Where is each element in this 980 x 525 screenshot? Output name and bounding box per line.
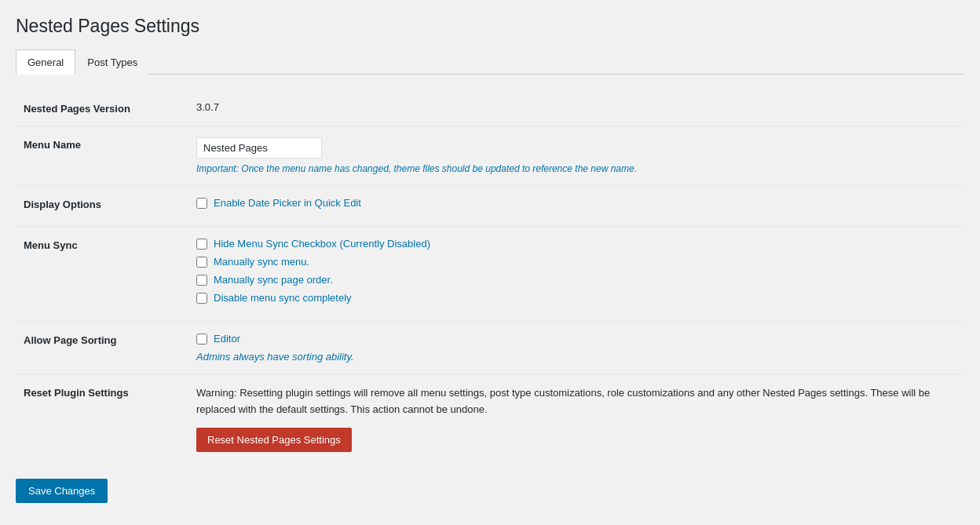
editor-label[interactable]: Editor <box>214 333 240 345</box>
manually-sync-menu-label[interactable]: Manually sync menu. <box>214 256 309 268</box>
page-sorting-option-editor: Editor <box>196 333 956 345</box>
date-picker-label[interactable]: Enable Date Picker in Quick Edit <box>214 197 361 209</box>
page-title: Nested Pages Settings <box>16 16 964 37</box>
reset-warning-text: Warning: Resetting plugin settings will … <box>196 385 956 418</box>
version-label: Nested Pages Version <box>16 90 188 126</box>
menu-sync-option-0: Hide Menu Sync Checkbox (Currently Disab… <box>196 238 956 250</box>
version-row: Nested Pages Version 3.0.7 <box>16 90 964 126</box>
tab-general[interactable]: General <box>16 49 75 75</box>
tabs-container: General Post Types <box>16 49 964 75</box>
menu-name-input[interactable] <box>196 137 322 159</box>
save-changes-button[interactable]: Save Changes <box>16 479 108 503</box>
reset-plugin-cell: Warning: Resetting plugin settings will … <box>188 374 964 463</box>
display-option-date-picker: Enable Date Picker in Quick Edit <box>196 197 956 209</box>
manually-sync-page-order-checkbox[interactable] <box>196 275 207 286</box>
sorting-note: Admins always have sorting ability. <box>196 351 956 363</box>
date-picker-checkbox[interactable] <box>196 198 207 209</box>
hide-checkbox-label[interactable]: Hide Menu Sync Checkbox (Currently Disab… <box>214 238 430 250</box>
allow-page-sorting-row: Allow Page Sorting Editor Admins always … <box>16 322 964 374</box>
menu-name-row: Menu Name Important: Once the menu name … <box>16 126 964 186</box>
menu-name-notice: Important: Once the menu name has change… <box>196 163 956 174</box>
manually-sync-menu-checkbox[interactable] <box>196 257 207 268</box>
disable-sync-checkbox[interactable] <box>196 293 207 304</box>
allow-page-sorting-cell: Editor Admins always have sorting abilit… <box>188 322 964 374</box>
display-options-cell: Enable Date Picker in Quick Edit <box>188 186 964 227</box>
menu-sync-option-2: Manually sync page order. <box>196 274 956 286</box>
disable-sync-label[interactable]: Disable menu sync completely <box>214 292 352 304</box>
tab-post-types[interactable]: Post Types <box>75 49 149 75</box>
reset-plugin-row: Reset Plugin Settings Warning: Resetting… <box>16 374 964 463</box>
menu-sync-row: Menu Sync Hide Menu Sync Checkbox (Curre… <box>16 227 964 322</box>
page-wrap: Nested Pages Settings General Post Types… <box>0 0 980 519</box>
menu-sync-option-3: Disable menu sync completely <box>196 292 956 304</box>
menu-sync-option-1: Manually sync menu. <box>196 256 956 268</box>
menu-name-label: Menu Name <box>16 126 188 186</box>
version-value: 3.0.7 <box>188 90 964 126</box>
menu-sync-cell: Hide Menu Sync Checkbox (Currently Disab… <box>188 227 964 322</box>
footer-actions: Save Changes <box>16 463 964 503</box>
reset-plugin-label: Reset Plugin Settings <box>16 374 188 463</box>
menu-name-cell: Important: Once the menu name has change… <box>188 126 964 186</box>
editor-checkbox[interactable] <box>196 334 207 345</box>
display-options-row: Display Options Enable Date Picker in Qu… <box>16 186 964 227</box>
settings-table: Nested Pages Version 3.0.7 Menu Name Imp… <box>16 90 964 463</box>
allow-page-sorting-label: Allow Page Sorting <box>16 322 188 374</box>
menu-sync-label: Menu Sync <box>16 227 188 322</box>
manually-sync-page-order-label[interactable]: Manually sync page order. <box>214 274 333 286</box>
reset-nested-pages-button[interactable]: Reset Nested Pages Settings <box>196 428 352 452</box>
hide-checkbox-checkbox[interactable] <box>196 239 207 250</box>
display-options-label: Display Options <box>16 186 188 227</box>
